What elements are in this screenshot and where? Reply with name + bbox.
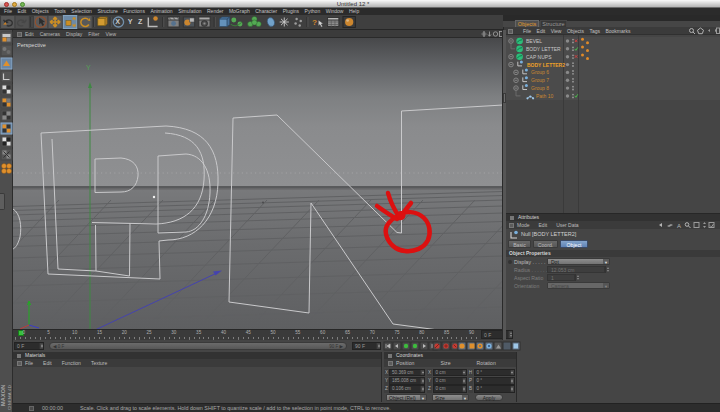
svg-text:X: X — [115, 19, 120, 27]
svg-text:?: ? — [312, 18, 317, 27]
svg-text:Perspective: Perspective — [17, 42, 46, 48]
svg-text:Z: Z — [138, 19, 143, 27]
svg-text:Y: Y — [86, 64, 91, 71]
svg-text:A: A — [677, 223, 681, 229]
svg-text:Y: Y — [128, 19, 133, 27]
